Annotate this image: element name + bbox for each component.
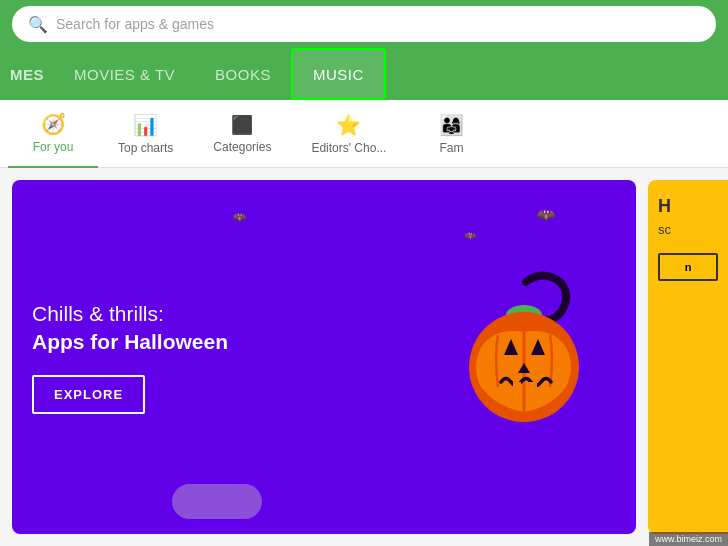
grid-icon: ⬛	[231, 114, 253, 136]
explore-button[interactable]: EXPLORE	[32, 375, 145, 414]
subtab-for-you-label: For you	[33, 140, 74, 154]
side-card-subtitle: sc	[658, 222, 718, 237]
subtab-categories-label: Categories	[213, 140, 271, 154]
compass-icon: 🧭	[41, 112, 66, 136]
watermark: www.bimeiz.com	[649, 532, 728, 546]
banner-text-area: Chills & thrills: Apps for Halloween EXP…	[32, 300, 232, 414]
tab-games[interactable]: MES	[4, 48, 54, 100]
side-card: H sc n	[648, 180, 728, 534]
subtab-top-charts[interactable]: 📊 Top charts	[98, 100, 193, 168]
search-bar-area: 🔍 Search for apps & games	[0, 0, 728, 48]
subtab-editors-choice[interactable]: ⭐ Editors' Cho...	[291, 100, 406, 168]
side-card-button[interactable]: n	[658, 253, 718, 281]
family-icon: 👨‍👩‍👧	[439, 113, 464, 137]
category-tabs: MES MOVIES & TV BOOKS MUSIC	[0, 48, 728, 100]
subtab-for-you[interactable]: 🧭 For you	[8, 100, 98, 168]
subtab-categories[interactable]: ⬛ Categories	[193, 100, 291, 168]
cloud-decoration	[172, 484, 262, 519]
banner-title: Chills & thrills: Apps for Halloween	[32, 300, 232, 355]
search-icon: 🔍	[28, 15, 48, 34]
bat-icon-2: 🦇	[464, 230, 476, 241]
tab-music[interactable]: MUSIC	[291, 48, 386, 100]
bat-icon-1: 🦇	[232, 210, 247, 224]
main-content: Chills & thrills: Apps for Halloween EXP…	[0, 168, 728, 546]
subtab-family[interactable]: 👨‍👩‍👧 Fam	[406, 100, 496, 168]
sub-nav: 🧭 For you 📊 Top charts ⬛ Categories ⭐ Ed…	[0, 100, 728, 168]
subtab-family-label: Fam	[439, 141, 463, 155]
pumpkin-illustration	[436, 267, 616, 447]
svg-rect-6	[529, 382, 537, 392]
subtab-top-charts-label: Top charts	[118, 141, 173, 155]
side-card-title: H	[658, 196, 718, 218]
svg-rect-5	[513, 382, 521, 392]
bat-icon-3: 🦇	[536, 205, 556, 224]
star-icon: ⭐	[336, 113, 361, 137]
pumpkin-svg	[446, 267, 606, 447]
tab-books[interactable]: BOOKS	[195, 48, 291, 100]
halloween-banner: Chills & thrills: Apps for Halloween EXP…	[12, 180, 636, 534]
search-bar[interactable]: 🔍 Search for apps & games	[12, 6, 716, 42]
subtab-editors-choice-label: Editors' Cho...	[311, 141, 386, 155]
tab-movies[interactable]: MOVIES & TV	[54, 48, 195, 100]
chart-icon: 📊	[133, 113, 158, 137]
search-placeholder: Search for apps & games	[56, 16, 214, 32]
